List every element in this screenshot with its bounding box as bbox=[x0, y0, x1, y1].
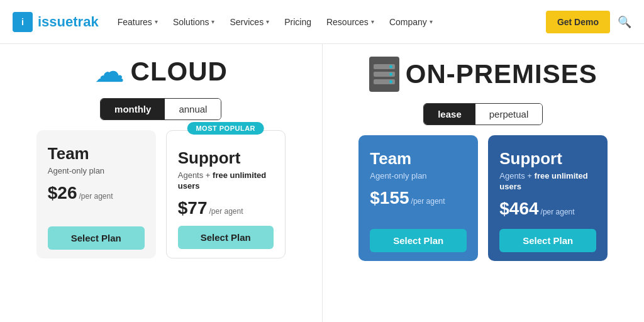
server-slot-1 bbox=[374, 64, 395, 69]
company-arrow-icon: ▾ bbox=[430, 18, 433, 25]
main-content: ☁ CLOUD monthly annual Team Agent-only p… bbox=[0, 44, 644, 322]
cloud-support-name: Support bbox=[178, 148, 274, 168]
on-premises-support-price-row: $464 /per agent bbox=[499, 199, 596, 219]
cloud-annual-toggle[interactable]: annual bbox=[165, 99, 221, 119]
cloud-monthly-toggle[interactable]: monthly bbox=[101, 99, 165, 119]
cloud-team-select-button[interactable]: Select Plan bbox=[48, 226, 145, 250]
on-premises-header: ON-PREMISES bbox=[335, 57, 632, 92]
nav-pricing[interactable]: Pricing bbox=[284, 17, 311, 27]
get-demo-button[interactable]: Get Demo bbox=[546, 11, 610, 33]
on-premises-support-price: $464 bbox=[499, 199, 538, 219]
on-premises-plans-grid: Team Agent-only plan $155 /per agent Sel… bbox=[335, 135, 632, 261]
on-premises-title: ON-PREMISES bbox=[406, 59, 597, 89]
navbar: i issuetrak Features ▾ Solutions ▾ Servi… bbox=[0, 0, 644, 44]
on-premises-team-card: Team Agent-only plan $155 /per agent Sel… bbox=[358, 135, 478, 261]
nav-company[interactable]: Company ▾ bbox=[389, 17, 433, 27]
logo[interactable]: i issuetrak bbox=[13, 12, 99, 32]
nav-resources[interactable]: Resources ▾ bbox=[326, 17, 374, 27]
features-arrow-icon: ▾ bbox=[155, 18, 158, 25]
nav-links: Features ▾ Solutions ▾ Services ▾ Pricin… bbox=[118, 17, 546, 27]
cloud-support-price: $77 bbox=[178, 198, 208, 218]
cloud-team-price-row: $26 /per agent bbox=[48, 183, 145, 203]
solutions-arrow-icon: ▾ bbox=[211, 18, 214, 25]
cloud-support-select-button[interactable]: Select Plan bbox=[178, 226, 274, 249]
cloud-support-desc: Agents + free unlimited users bbox=[178, 170, 274, 192]
on-premises-lease-toggle[interactable]: lease bbox=[424, 104, 475, 125]
on-premises-team-price: $155 bbox=[370, 188, 409, 208]
cloud-panel: ☁ CLOUD monthly annual Team Agent-only p… bbox=[0, 44, 322, 322]
server-slot-2 bbox=[374, 72, 395, 77]
on-premises-support-name: Support bbox=[499, 149, 596, 169]
on-premises-team-name: Team bbox=[370, 149, 467, 169]
on-premises-team-price-row: $155 /per agent bbox=[370, 188, 467, 208]
logo-text: issuetrak bbox=[38, 14, 99, 30]
resources-arrow-icon: ▾ bbox=[371, 18, 374, 25]
cloud-team-desc: Agent-only plan bbox=[48, 166, 145, 177]
on-premises-panel: ON-PREMISES lease perpetual Team Agent-o… bbox=[323, 44, 645, 322]
on-premises-support-per: /per agent bbox=[541, 208, 575, 216]
cloud-team-name: Team bbox=[48, 144, 145, 164]
cloud-header: ☁ CLOUD bbox=[13, 57, 309, 87]
cloud-title: CLOUD bbox=[131, 57, 228, 87]
on-premises-support-card: Support Agents + free unlimited users $4… bbox=[488, 135, 608, 261]
cloud-support-per: /per agent bbox=[209, 207, 243, 216]
nav-features[interactable]: Features ▾ bbox=[118, 17, 158, 27]
services-arrow-icon: ▾ bbox=[266, 18, 269, 25]
cloud-icon: ☁ bbox=[94, 57, 125, 87]
on-premises-team-per: /per agent bbox=[411, 197, 445, 206]
nav-solutions[interactable]: Solutions ▾ bbox=[173, 17, 215, 27]
cloud-team-price: $26 bbox=[48, 183, 77, 203]
server-icon bbox=[369, 57, 399, 92]
on-premises-team-desc: Agent-only plan bbox=[370, 171, 467, 182]
cloud-plans-grid: Team Agent-only plan $26 /per agent Sele… bbox=[13, 130, 309, 258]
search-icon[interactable]: 🔍 bbox=[618, 15, 631, 29]
server-slot-3 bbox=[374, 79, 395, 84]
on-premises-support-desc: Agents + free unlimited users bbox=[499, 171, 596, 192]
cloud-team-card: Team Agent-only plan $26 /per agent Sele… bbox=[36, 130, 156, 258]
logo-icon: i bbox=[13, 12, 33, 32]
on-premises-toggle-group: lease perpetual bbox=[423, 103, 543, 125]
most-popular-badge: MOST POPULAR bbox=[187, 122, 264, 135]
cloud-toggle-group: monthly annual bbox=[100, 98, 221, 120]
cloud-support-card: MOST POPULAR Support Agents + free unlim… bbox=[166, 130, 286, 258]
on-premises-perpetual-toggle[interactable]: perpetual bbox=[475, 104, 543, 125]
nav-services[interactable]: Services ▾ bbox=[230, 17, 269, 27]
on-premises-support-select-button[interactable]: Select Plan bbox=[499, 229, 596, 252]
cloud-support-price-row: $77 /per agent bbox=[178, 198, 274, 218]
on-premises-team-select-button[interactable]: Select Plan bbox=[370, 229, 467, 252]
cloud-team-per: /per agent bbox=[79, 192, 113, 201]
